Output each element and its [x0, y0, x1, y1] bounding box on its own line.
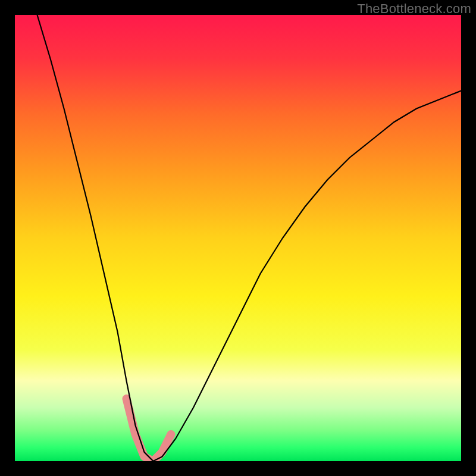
gradient-background	[15, 15, 461, 461]
bottleneck-chart	[15, 15, 461, 461]
chart-frame	[15, 15, 461, 461]
